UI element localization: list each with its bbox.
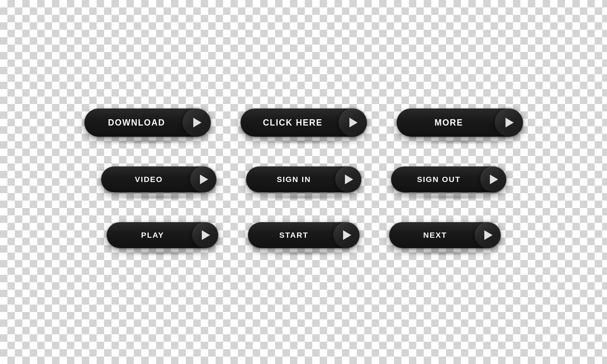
sign-out-button[interactable]: SIGN OUT <box>391 166 506 192</box>
video-button[interactable]: VIDEO <box>101 166 216 192</box>
more-label: MORE <box>397 118 495 128</box>
download-shadow <box>97 139 198 144</box>
button-row-1: DOWNLOAD CLICK HERE MORE <box>84 108 523 144</box>
button-row-3: PLAY START NEXT <box>107 222 501 256</box>
sign-in-shadow <box>258 195 350 200</box>
sign-in-wrapper: SIGN IN <box>246 166 361 200</box>
next-play-icon <box>475 222 501 248</box>
video-wrapper: VIDEO <box>101 166 216 200</box>
main-container: DOWNLOAD CLICK HERE MORE VIDEO <box>0 0 607 364</box>
sign-out-shadow <box>403 195 495 200</box>
next-button[interactable]: NEXT <box>389 222 501 248</box>
start-button[interactable]: START <box>248 222 359 248</box>
video-play-icon <box>190 166 216 192</box>
start-wrapper: START <box>248 222 359 256</box>
start-shadow <box>259 250 348 256</box>
more-play-icon <box>495 108 523 137</box>
play-play-icon <box>192 222 218 248</box>
download-button[interactable]: DOWNLOAD <box>84 108 211 137</box>
download-wrapper: DOWNLOAD <box>84 108 211 144</box>
next-shadow <box>400 250 490 256</box>
sign-in-button[interactable]: SIGN IN <box>246 166 361 192</box>
more-button[interactable]: MORE <box>397 108 523 137</box>
play-wrapper: PLAY <box>107 222 218 256</box>
start-label: START <box>248 231 333 240</box>
video-label: VIDEO <box>101 175 190 184</box>
next-wrapper: NEXT <box>389 222 501 256</box>
play-shadow <box>118 250 207 256</box>
button-row-2: VIDEO SIGN IN SIGN OUT <box>101 166 506 200</box>
sign-out-wrapper: SIGN OUT <box>391 166 506 200</box>
click-here-button[interactable]: CLICK HERE <box>240 108 367 137</box>
sign-out-label: SIGN OUT <box>391 175 480 184</box>
click-here-wrapper: CLICK HERE <box>240 108 367 144</box>
click-here-label: CLICK HERE <box>240 118 339 128</box>
more-wrapper: MORE <box>397 108 523 144</box>
click-here-shadow <box>253 139 354 144</box>
sign-in-play-icon <box>335 166 361 192</box>
video-shadow <box>113 195 205 200</box>
start-play-icon <box>333 222 359 248</box>
sign-out-play-icon <box>480 166 506 192</box>
download-label: DOWNLOAD <box>84 118 183 128</box>
more-shadow <box>409 139 510 144</box>
next-label: NEXT <box>389 231 475 240</box>
sign-in-label: SIGN IN <box>246 175 335 184</box>
download-play-icon <box>183 108 211 137</box>
play-button[interactable]: PLAY <box>107 222 218 248</box>
click-here-play-icon <box>339 108 367 137</box>
play-label: PLAY <box>107 231 192 240</box>
